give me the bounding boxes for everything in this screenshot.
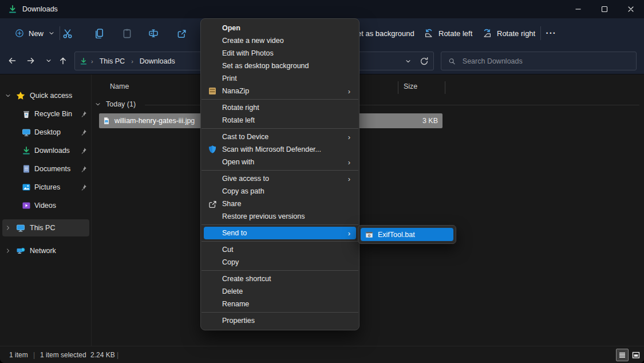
search-input[interactable] [461, 57, 629, 66]
submenu-item-exiftool-bat[interactable]: ExifTool.bat [361, 228, 453, 241]
documents-icon [22, 164, 31, 173]
address-dropdown-icon[interactable] [405, 58, 412, 65]
menu-item-send-to[interactable]: Send to › [204, 227, 356, 239]
share-icon [208, 199, 217, 208]
back-button[interactable] [3, 52, 21, 69]
minimize-button[interactable] [565, 0, 591, 18]
chevron-right-icon: › [348, 133, 350, 141]
maximize-button[interactable] [591, 0, 618, 18]
column-divider[interactable] [398, 81, 398, 94]
menu-item-give-access-to[interactable]: Give access to › [204, 172, 356, 185]
set-as-background-button[interactable]: et as background [357, 24, 414, 42]
sidebar-item-videos[interactable]: Videos [0, 197, 92, 214]
column-header-name[interactable]: Name [110, 82, 129, 90]
search-box[interactable] [441, 52, 637, 70]
more-options-button[interactable]: ••• [546, 24, 556, 42]
sidebar-item-downloads[interactable]: Downloads [0, 142, 92, 159]
breadcrumb-downloads[interactable]: Downloads [137, 56, 178, 67]
image-file-icon [102, 117, 110, 125]
breadcrumb-this-pc[interactable]: This PC [97, 56, 128, 67]
toolbar-divider [540, 26, 541, 40]
pin-icon [80, 111, 87, 117]
menu-item-cast-to-device[interactable]: Cast to Device › [204, 131, 356, 143]
sidebar-item-quick-access[interactable]: Quick access [0, 87, 92, 104]
star-icon [16, 91, 25, 100]
sidebar-item-network[interactable]: Network [0, 242, 92, 259]
paste-button[interactable] [117, 24, 137, 42]
rotate-left-button[interactable]: Rotate left [424, 24, 472, 42]
large-icons-view-icon [631, 350, 641, 360]
menu-item-delete[interactable]: Delete [204, 285, 356, 298]
up-button[interactable] [54, 52, 72, 69]
status-divider: | [33, 351, 35, 359]
menu-item-create-shortcut[interactable]: Create shortcut [204, 273, 356, 285]
menu-separator [202, 224, 358, 225]
menu-separator [202, 128, 358, 129]
large-icons-view-button[interactable] [630, 349, 642, 361]
menu-separator [202, 312, 358, 313]
more-options-icon: ••• [546, 30, 556, 36]
menu-item-properties[interactable]: Properties [204, 314, 356, 327]
menu-item-set-as-desktop-background[interactable]: Set as desktop background [204, 60, 356, 72]
videos-icon [22, 201, 31, 210]
status-divider: | [117, 351, 118, 359]
window-controls [565, 0, 644, 18]
navigation-pane: Quick access Recycle Bin Desktop Downloa… [0, 74, 92, 346]
menu-item-nanazip[interactable]: NanaZip › [204, 85, 356, 97]
arrow-left-icon [7, 56, 17, 65]
sidebar-item-desktop[interactable]: Desktop [0, 124, 92, 141]
close-button[interactable] [618, 0, 644, 18]
menu-item-rename[interactable]: Rename [204, 298, 356, 310]
group-header-today[interactable]: Today (1) [94, 100, 136, 108]
menu-item-copy[interactable]: Copy [204, 256, 356, 269]
sidebar-item-pictures[interactable]: Pictures [0, 179, 92, 196]
menu-separator [202, 241, 358, 242]
forward-button[interactable] [22, 52, 39, 69]
menu-item-edit-with-photos[interactable]: Edit with Photos [204, 47, 356, 60]
menu-item-rotate-left[interactable]: Rotate left [204, 114, 356, 127]
menu-item-cut[interactable]: Cut [204, 243, 356, 256]
menu-item-rotate-right[interactable]: Rotate right [204, 101, 356, 114]
menu-item-create-a-new-video[interactable]: Create a new video [204, 34, 356, 47]
arrow-right-icon [26, 56, 35, 65]
menu-item-restore-previous-versions[interactable]: Restore previous versions [204, 210, 356, 223]
pin-icon [80, 165, 87, 172]
sidebar-item-documents[interactable]: Documents [0, 160, 92, 177]
details-view-icon [618, 350, 627, 360]
column-header-size[interactable]: Size [404, 82, 417, 90]
menu-item-scan-with-microsoft-defender[interactable]: Scan with Microsoft Defender... [204, 143, 356, 156]
chevron-down-icon [5, 92, 11, 99]
new-button[interactable]: New [9, 24, 61, 42]
pin-icon [80, 147, 87, 154]
send-to-submenu: ExifTool.bat [358, 225, 456, 244]
refresh-icon[interactable] [420, 57, 429, 66]
sidebar-item-this-pc[interactable]: This PC [0, 219, 92, 236]
rotate-left-icon [424, 28, 434, 38]
rename-button[interactable] [143, 24, 164, 42]
title-bar: Downloads [0, 0, 644, 18]
breadcrumb-chevron-icon: › [91, 58, 93, 65]
share-icon [176, 28, 187, 38]
menu-item-share[interactable]: Share [204, 198, 356, 210]
menu-item-open[interactable]: Open [204, 22, 356, 34]
menu-item-print[interactable]: Print [204, 72, 356, 85]
file-name: william-henry-gates-iii.jpg [114, 117, 195, 125]
context-menu: Open Create a new video Edit with Photos… [200, 18, 359, 330]
details-view-button[interactable] [616, 349, 629, 361]
menu-separator [202, 170, 358, 171]
file-size: 3 KB [422, 117, 438, 125]
rotate-right-button[interactable]: Rotate right [482, 24, 535, 42]
rotate-right-icon [482, 28, 492, 38]
defender-shield-icon [208, 145, 217, 154]
pictures-icon [22, 183, 31, 192]
chevron-right-icon: › [348, 159, 350, 166]
sidebar-item-recycle-bin[interactable]: Recycle Bin [0, 105, 92, 123]
column-divider[interactable] [445, 81, 445, 94]
rename-icon [148, 28, 159, 38]
share-button[interactable] [171, 24, 192, 42]
cut-button[interactable] [57, 24, 78, 42]
menu-item-copy-as-path[interactable]: Copy as path [204, 185, 356, 198]
downloads-icon [22, 146, 31, 155]
menu-item-open-with[interactable]: Open with › [204, 156, 356, 168]
copy-button[interactable] [89, 24, 109, 42]
